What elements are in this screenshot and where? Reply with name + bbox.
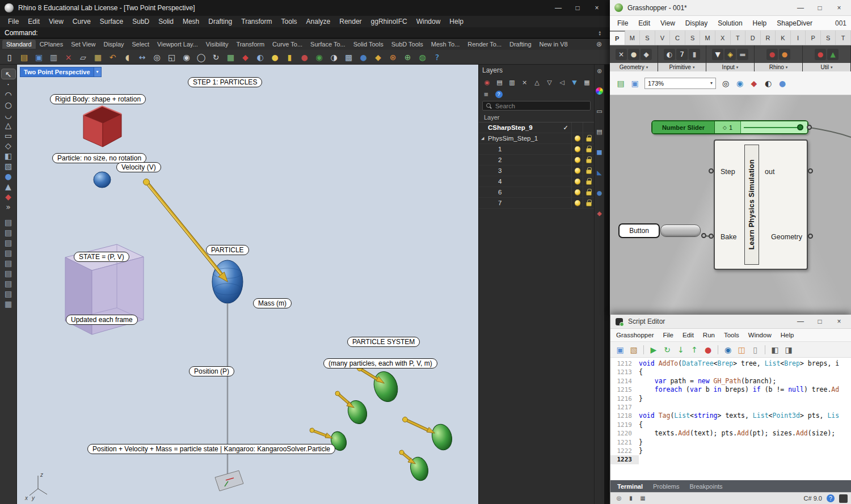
bottom-tab-problems-1[interactable]: Problems — [653, 483, 679, 490]
input-bake[interactable]: Bake — [721, 233, 737, 241]
display-half-icon[interactable]: ◐ — [762, 77, 774, 90]
category-tab-t-8[interactable]: T — [731, 31, 746, 45]
palette-group-primitive[interactable]: ◐7▮Primitive▾ — [658, 45, 706, 71]
se-menu-run-3[interactable]: Run — [698, 332, 719, 338]
menu-file-0[interactable]: File — [3, 18, 23, 26]
grasshopper-canvas[interactable]: Number Slider ◇ 1 Learn Physics Simulati… — [610, 95, 851, 315]
close-button[interactable]: × — [829, 1, 849, 15]
menu-solid-6[interactable]: Solid — [154, 18, 178, 26]
layer-row-2[interactable]: 2 — [479, 155, 594, 166]
category-tab-x-7[interactable]: X — [715, 31, 731, 45]
move-icon[interactable]: ↔ — [135, 51, 149, 63]
pan-hand-icon[interactable]: ◖ — [120, 51, 134, 63]
sphere-panel-icon[interactable]: ● — [595, 188, 604, 197]
extrude-icon[interactable]: ▲ — [2, 181, 15, 191]
se-menu-file-1[interactable]: File — [658, 332, 678, 338]
viewport-pane-icon[interactable]: ▤ — [2, 258, 15, 268]
minimize-button[interactable]: — — [791, 1, 810, 15]
terminal-status-icon[interactable]: ▮ — [626, 494, 636, 503]
se-menu-tools-4[interactable]: Tools — [719, 332, 744, 338]
toolbar-tab-select-4[interactable]: Select — [128, 40, 154, 49]
toolbar-tab-transform-7[interactable]: Transform — [232, 40, 268, 49]
layer-visibility-toggle[interactable] — [571, 155, 583, 165]
toolbar-tab-mesh-to-12[interactable]: Mesh To... — [427, 40, 464, 49]
toolbar-tab-standard-0[interactable]: Standard — [2, 40, 36, 49]
palette-icon-input-1[interactable]: ◈ — [724, 49, 736, 60]
step-out-icon[interactable]: ↑ — [688, 344, 701, 356]
button-component-label[interactable]: Button — [618, 223, 660, 238]
menu-edit-1[interactable]: Edit — [23, 18, 44, 26]
minimize-button[interactable]: — — [549, 1, 568, 15]
se-menu-help-6[interactable]: Help — [776, 332, 799, 338]
zoom-extents-icon[interactable]: ◯ — [194, 51, 208, 63]
bake-input-grip[interactable] — [709, 234, 714, 239]
toolbar-tab-render-to-13[interactable]: Render To... — [464, 40, 505, 49]
marker-pen-icon[interactable]: ◆ — [748, 77, 760, 90]
filter-icon[interactable]: ▼ — [568, 77, 580, 88]
gh-menu-display-3[interactable]: Display — [680, 19, 713, 27]
point-icon[interactable]: · — [2, 79, 15, 89]
palette-group-util[interactable]: ●▲Util▾ — [803, 45, 851, 71]
save-script-icon[interactable]: ▣ — [614, 344, 626, 356]
category-tab-m-6[interactable]: M — [700, 31, 715, 45]
palette-group-geometry[interactable]: ×●◆Geometry▾ — [610, 45, 658, 71]
layer-row-4[interactable]: 4 — [479, 176, 594, 187]
step-input-grip[interactable] — [709, 168, 714, 173]
layer-row-3[interactable]: 3 — [479, 166, 594, 176]
layer-row-7[interactable]: 7 — [479, 198, 594, 209]
package-icon[interactable]: ▧ — [627, 344, 640, 356]
palette-icon-primitive-2[interactable]: ▮ — [689, 49, 700, 60]
palette-icon-geometry-1[interactable]: ● — [628, 49, 639, 60]
minimize-button[interactable]: — — [791, 314, 810, 329]
number-slider-track[interactable] — [741, 121, 807, 133]
open-file-icon[interactable]: ▤ — [17, 51, 31, 63]
gears-icon[interactable]: ⊛ — [386, 51, 400, 63]
palette-icon-geometry-0[interactable]: × — [616, 49, 627, 60]
layer-lock-toggle[interactable] — [583, 155, 594, 165]
palette-icon-util-1[interactable]: ▲ — [827, 49, 839, 60]
viewport-pane-icon[interactable]: ▤ — [2, 238, 15, 247]
number-slider-component[interactable]: Number Slider ◇ 1 — [651, 120, 808, 134]
category-tab-p-13[interactable]: P — [806, 31, 821, 45]
box-icon[interactable]: ▧ — [2, 161, 15, 171]
save-definition-icon[interactable]: ▣ — [629, 77, 641, 90]
layer-lock-toggle[interactable] — [583, 144, 594, 154]
toolbar-gear-icon[interactable]: ⊛ — [596, 40, 602, 48]
step-in-icon[interactable]: ↓ — [675, 344, 687, 356]
toolbar-tab-viewport-lay-5[interactable]: Viewport Lay... — [153, 40, 202, 49]
menu-transform-9[interactable]: Transform — [237, 18, 276, 26]
close-button[interactable]: × — [829, 314, 849, 329]
cut-icon[interactable]: × — [61, 51, 75, 63]
toolbar-tab-cplanes-1[interactable]: CPlanes — [36, 40, 68, 49]
more-tools-icon[interactable]: » — [2, 202, 15, 211]
output-geometry[interactable]: Geometry — [771, 233, 802, 241]
sketch-tool-icon[interactable]: ◎ — [719, 77, 732, 90]
circle-icon[interactable]: ○ — [2, 100, 15, 109]
new-layer-icon[interactable]: ▤ — [494, 77, 505, 88]
bottom-tab-breakpoints-2[interactable]: Breakpoints — [690, 483, 723, 490]
layer-visibility-toggle[interactable] — [571, 166, 583, 176]
menu-analyze-11[interactable]: Analyze — [302, 18, 335, 26]
render-icon[interactable]: ● — [297, 51, 311, 63]
bottom-tab-terminal-0[interactable]: Terminal — [617, 483, 643, 490]
layout-right-icon[interactable]: ◨ — [782, 344, 795, 356]
layers-search-input[interactable]: Search — [482, 101, 591, 111]
toolbar-tab-solid-tools-10[interactable]: Solid Tools — [349, 40, 387, 49]
layer-row-csharpstep-9[interactable]: CSharpStep_9✓ — [479, 122, 594, 133]
command-history-spinner[interactable]: ▴▾ — [599, 30, 601, 36]
new-sublayer-icon[interactable]: ▥ — [506, 77, 518, 88]
render-preview-icon[interactable]: ◉ — [312, 51, 326, 63]
box-panel-icon[interactable]: ■ — [595, 147, 604, 156]
gh-menu-solution-4[interactable]: Solution — [713, 19, 747, 27]
pane-grid-icon[interactable]: ▦ — [2, 299, 15, 308]
polygon-icon[interactable]: ◇ — [2, 141, 15, 150]
toolbar-tab-set-view-2[interactable]: Set View — [67, 40, 99, 49]
toolbar-tab-surface-to-9[interactable]: Surface To... — [306, 40, 349, 49]
stop-icon[interactable]: ● — [702, 344, 714, 356]
category-tab-s-14[interactable]: S — [821, 31, 836, 45]
layer-row-1[interactable]: 1 — [479, 144, 594, 155]
menu-help-15[interactable]: Help — [445, 18, 468, 26]
palette-icon-input-0[interactable]: ▼ — [712, 49, 723, 60]
preview-eye-icon[interactable]: ◉ — [734, 77, 746, 90]
geometry-output-grip[interactable] — [808, 234, 813, 239]
